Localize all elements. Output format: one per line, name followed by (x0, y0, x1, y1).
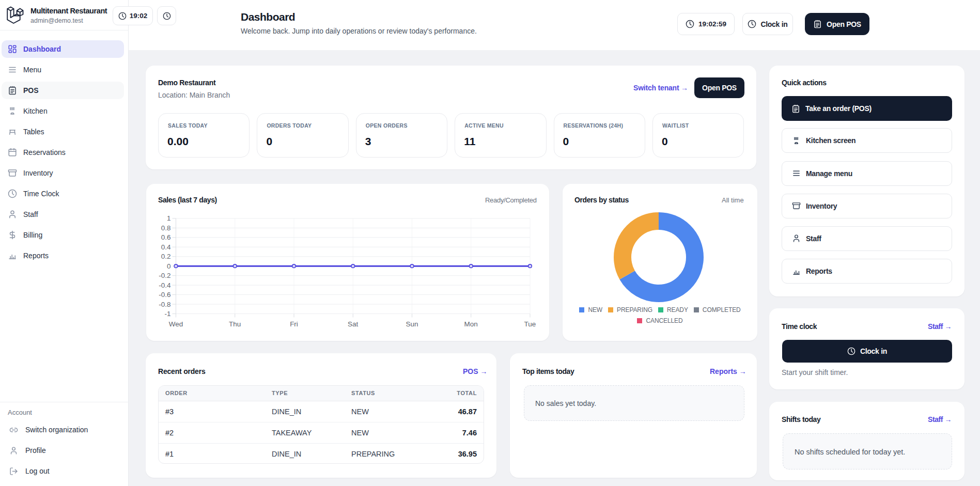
svg-text:Sun: Sun (406, 320, 418, 328)
svg-text:0.8: 0.8 (161, 224, 171, 232)
svg-text:-0.4: -0.4 (159, 281, 171, 289)
svg-text:0.6: 0.6 (161, 233, 171, 241)
svg-text:Fri: Fri (290, 320, 298, 328)
svg-text:1: 1 (167, 214, 171, 222)
svg-text:-0.8: -0.8 (159, 301, 170, 308)
svg-text:Mon: Mon (464, 320, 478, 328)
svg-text:0.4: 0.4 (161, 243, 171, 251)
svg-text:-0.2: -0.2 (159, 272, 170, 279)
svg-text:Wed: Wed (169, 320, 183, 328)
svg-text:Tue: Tue (524, 320, 536, 328)
svg-text:0.2: 0.2 (161, 253, 171, 260)
svg-text:Sat: Sat (348, 320, 359, 328)
svg-text:-1: -1 (164, 310, 170, 318)
svg-text:-0.6: -0.6 (159, 291, 170, 299)
svg-text:Thu: Thu (229, 320, 241, 328)
svg-text:0: 0 (167, 262, 171, 270)
